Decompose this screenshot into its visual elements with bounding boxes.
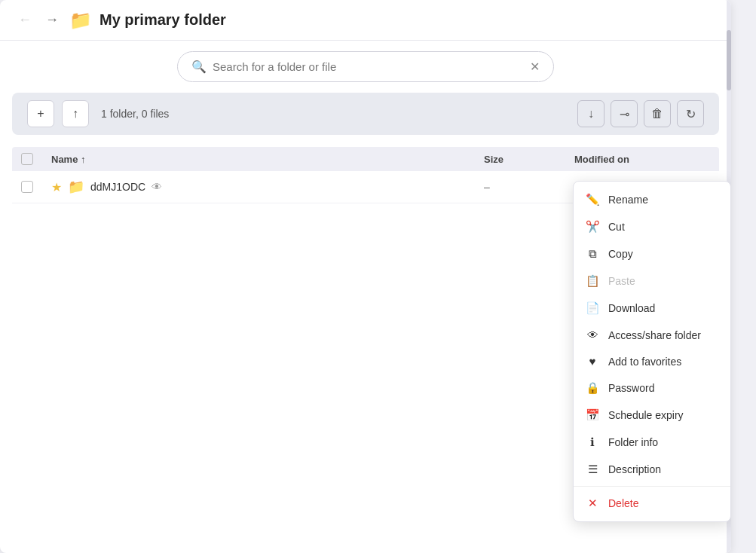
paste-label: Paste [608,275,635,287]
search-bar: 🔍 ✕ [177,51,554,82]
forward-button[interactable]: → [42,9,62,31]
row-checkbox-cell [21,181,51,193]
menu-item-folder-info[interactable]: ℹFolder info [574,429,730,456]
refresh-button[interactable]: ↻ [677,100,704,127]
password-icon: 🔒 [586,381,599,395]
menu-item-copy[interactable]: ⧉Copy [574,240,730,267]
folder-info-label: Folder info [608,436,658,448]
download-button[interactable]: ↓ [577,100,604,127]
modified-col-header: Modified on [574,153,710,165]
toolbar-actions: ↓ ⊸ 🗑 ↻ [577,100,704,127]
menu-item-paste: 📋Paste [574,267,730,295]
rename-icon: ✏️ [586,193,599,206]
size-col-header: Size [484,153,574,165]
menu-item-schedule-expiry[interactable]: 📅Schedule expiry [574,402,730,429]
download-icon: ↓ [588,107,594,121]
context-menu: ✏️Rename✂️Cut⧉Copy📋Paste📄Download👁Access… [573,181,731,522]
file-size: – [484,181,574,193]
header: ← → 📁 My primary folder [0,0,731,41]
copy-icon: ⧉ [586,247,599,261]
paste-icon: 📋 [586,274,599,288]
toolbar: + ↑ 1 folder, 0 files ↓ ⊸ 🗑 ↻ [12,93,719,135]
add-favorites-icon: ♥ [586,355,599,368]
delete-icon: 🗑 [651,107,663,121]
page-title: My primary folder [99,11,226,29]
menu-item-delete[interactable]: ✕Delete [574,490,730,517]
share-icon: ⊸ [620,107,629,121]
menu-divider [574,486,730,487]
add-favorites-label: Add to favorites [608,356,681,368]
access-share-label: Access/share folder [608,329,701,341]
menu-item-rename[interactable]: ✏️Rename [574,186,730,213]
description-label: Description [608,463,661,475]
file-info: ★ 📁 ddMJ1ODC 👁 [51,179,484,195]
menu-item-cut[interactable]: ✂️Cut [574,213,730,240]
schedule-expiry-icon: 📅 [586,408,599,422]
refresh-icon: ↻ [686,107,696,121]
file-folder-icon: 📁 [68,179,84,195]
description-icon: ☰ [586,463,599,476]
search-icon: 🔍 [191,60,207,74]
download-label: Download [608,302,655,314]
upload-button[interactable]: ↑ [62,100,89,127]
password-label: Password [608,382,654,394]
main-window: ← → 📁 My primary folder 🔍 ✕ + ↑ 1 folder… [0,0,731,553]
menu-item-description[interactable]: ☰Description [574,456,730,483]
share-button[interactable]: ⊸ [611,100,638,127]
search-clear-button[interactable]: ✕ [530,60,540,74]
row-checkbox[interactable] [21,181,33,193]
folder-icon: 📁 [69,10,92,31]
back-button[interactable]: ← [15,9,35,31]
new-folder-icon: + [37,107,44,121]
copy-label: Copy [608,248,633,260]
schedule-expiry-label: Schedule expiry [608,409,684,421]
access-share-icon: 👁 [586,328,599,341]
new-folder-button[interactable]: + [27,100,54,127]
cut-icon: ✂️ [586,220,599,234]
checkbox-col-header [21,153,51,165]
menu-item-download[interactable]: 📄Download [574,295,730,322]
name-col-header[interactable]: Name ↑ [51,153,484,165]
file-count: 1 folder, 0 files [101,108,570,120]
download-icon: 📄 [586,301,599,315]
rename-label: Rename [608,194,648,206]
eye-icon[interactable]: 👁 [152,181,162,193]
select-all-checkbox[interactable] [21,153,33,165]
cut-label: Cut [608,221,625,233]
folder-info-icon: ℹ [586,435,599,449]
search-container: 🔍 ✕ [0,41,731,93]
delete-icon: ✕ [586,496,599,510]
menu-item-password[interactable]: 🔒Password [574,374,730,402]
menu-item-access-share[interactable]: 👁Access/share folder [574,322,730,348]
star-icon[interactable]: ★ [51,180,62,194]
menu-item-add-favorites[interactable]: ♥Add to favorites [574,348,730,374]
table-header: Name ↑ Size Modified on [12,147,719,171]
upload-icon: ↑ [72,107,78,121]
file-name[interactable]: ddMJ1ODC [90,181,145,193]
search-input[interactable] [213,60,524,73]
delete-label: Delete [608,497,638,509]
delete-button[interactable]: 🗑 [644,100,671,127]
scrollbar-thumb[interactable] [727,30,731,90]
